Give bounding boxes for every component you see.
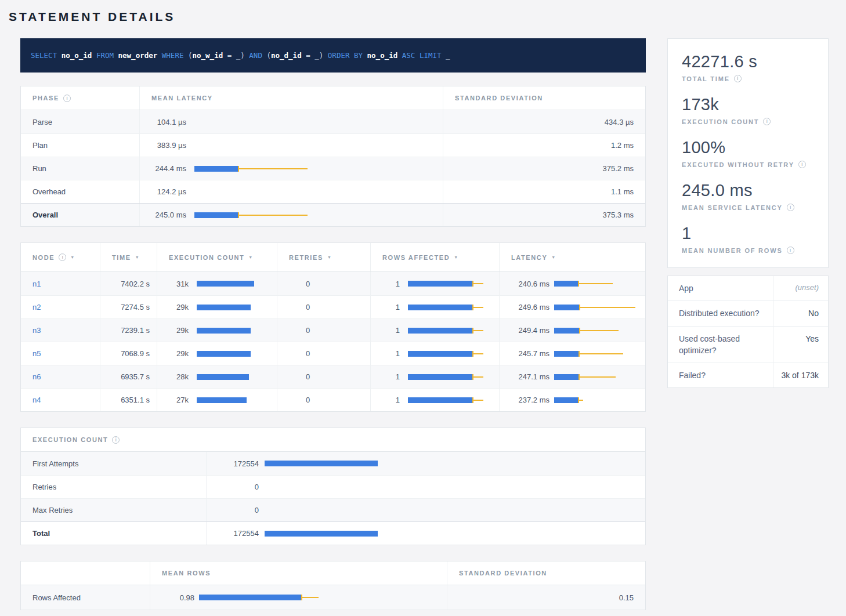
details-label: Failed? [668,363,773,387]
info-icon[interactable]: i [798,161,806,168]
execution-count-value: 31k [161,280,189,288]
mean-bar [194,212,239,218]
node-id-cell: n3 [21,319,100,342]
col-header-empty [21,561,150,585]
stat-label: MEAN NUMBER OF ROWSi [682,247,814,254]
phase-name: Plan [21,134,140,157]
execution-count-value: 172554 [212,459,259,468]
node-link[interactable]: n4 [32,396,41,404]
bar-chart [408,351,501,357]
node-rows-affected: 1 [371,272,500,295]
col-header-node[interactable]: NODE i ▼ [21,243,100,271]
execution-count-value: 29k [161,303,189,311]
bar-chart [197,328,266,334]
statement-details-page: STATEMENT DETAILS SELECT no_o_id FROM ne… [0,0,846,610]
phase-row: Plan383.9 µs1.2 ms [21,133,645,157]
stat-label-text: EXECUTION COUNT [682,118,759,125]
node-latency: 237.2 ms [500,389,645,411]
execution-count-title: EXECUTION COUNT i [21,428,645,451]
node-id-cell: n2 [21,296,100,318]
mean-tick-icon [238,166,239,172]
col-header-label: EXECUTION COUNT [169,254,244,261]
col-header-time[interactable]: TIME ▼ [100,243,157,271]
bar-chart [554,374,641,380]
node-latency: 249.6 ms [500,296,645,318]
mean-bar [265,531,378,537]
mean-bar [194,166,239,172]
bar-chart [194,166,310,172]
col-header-label: LATENCY [511,254,547,261]
execution-count-value: 0 [212,483,259,491]
sort-caret-icon: ▼ [135,255,140,259]
col-header-phase: PHASE i [21,86,140,110]
table-title-label: EXECUTION COUNT [32,436,108,443]
node-retries-value: 0 [277,272,371,295]
bar-chart [265,461,392,466]
info-icon[interactable]: i [734,75,742,82]
stat-label-text: MEAN SERVICE LATENCY [682,204,783,211]
execution-row: First Attempts172554 [21,452,645,475]
node-rows-affected: 1 [371,389,500,411]
info-icon[interactable]: i [787,247,794,254]
execution-row-label: First Attempts [21,452,207,475]
rows-table-body: Rows Affected0.980.15 [21,585,645,610]
mean-bar [197,397,247,403]
stat-label-text: EXECUTED WITHOUT RETRY [682,161,794,168]
node-time-value: 7239.1 s [100,319,157,342]
rows-affected-row: Rows Affected0.980.15 [21,585,645,610]
bar-chart [554,328,641,334]
col-header-label: MEAN LATENCY [151,95,213,102]
node-table-body: n17402.2 s31k01240.6 msn27274.5 s29k0124… [21,272,645,411]
phase-info-icon[interactable]: i [63,95,71,102]
rows-affected-value: 1 [379,280,400,288]
sql-token: _ [446,51,450,60]
node-info-icon[interactable]: i [59,253,66,261]
node-link[interactable]: n2 [32,303,41,311]
phase-table-header: PHASE i MEAN LATENCY STANDARD DEVIATION [21,86,645,110]
summary-stat: 245.0 msMEAN SERVICE LATENCYi [682,176,814,219]
mean-latency-value: 124.2 µs [149,187,186,196]
execution-row-label: Max Retries [21,499,207,521]
node-row: n66935.7 s28k01247.1 ms [21,365,645,388]
bar-chart [554,281,641,287]
mean-tick-icon [301,595,302,600]
summary-stat: 42271.6 sTOTAL TIMEi [682,47,814,90]
col-header-latency[interactable]: LATENCY ▼ [500,243,645,271]
col-header-label: ROWS AFFECTED [382,254,450,261]
mean-tick-icon [472,351,473,357]
node-rows-affected: 1 [371,319,500,342]
stat-label: EXECUTED WITHOUT RETRYi [682,161,814,168]
info-icon[interactable]: i [787,204,794,211]
mean-bar [197,328,251,334]
col-header-retries[interactable]: RETRIES ▼ [277,243,371,271]
node-link[interactable]: n5 [32,349,41,358]
node-execution-count: 31k [157,272,277,295]
execution-count-info-icon[interactable]: i [112,436,120,444]
bar-chart [408,281,501,287]
node-table-header: NODE i ▼ TIME ▼ EXECUTION COUNT ▼ RETRIE… [21,243,645,272]
mean-bar [554,351,580,357]
mean-rows: 0.98 [150,585,447,610]
bar-chart [199,595,338,600]
info-icon[interactable]: i [763,118,771,125]
phase-mean-latency: 124.2 µs [140,180,443,203]
bar-chart [197,351,266,357]
execution-count-value: 29k [161,349,189,358]
node-link[interactable]: n3 [32,326,41,335]
node-execution-count: 29k [157,296,277,318]
node-link[interactable]: n1 [32,280,41,288]
node-retries-value: 0 [277,389,371,411]
sql-token: no_d_id [271,51,302,60]
col-header-rows-affected[interactable]: ROWS AFFECTED ▼ [371,243,500,271]
stat-label-text: TOTAL TIME [682,75,730,82]
phase-row: Parse104.1 µs434.3 µs [21,110,645,133]
col-header-label: STANDARD DEVIATION [459,570,547,577]
phase-row: Overhead124.2 µs1.1 ms [21,180,645,203]
col-header-standard-deviation: STANDARD DEVIATION [443,86,645,110]
node-link[interactable]: n6 [32,372,41,381]
sql-token: FROM [96,51,118,60]
node-time-value: 6935.7 s [100,365,157,388]
rows-row-label: Rows Affected [21,585,150,610]
col-header-execution-count[interactable]: EXECUTION COUNT ▼ [157,243,277,271]
node-row: n46351.1 s27k01237.2 ms [21,388,645,411]
